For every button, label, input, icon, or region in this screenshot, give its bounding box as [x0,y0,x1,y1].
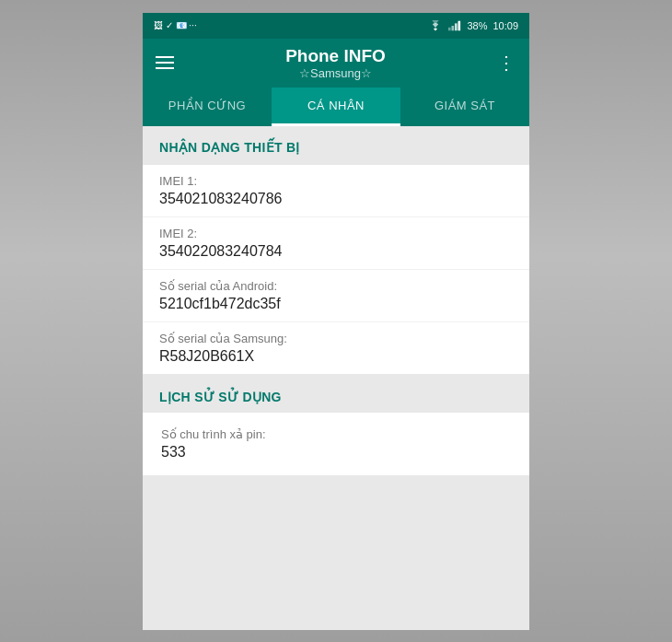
section-title-identity: NHẬN DẠNG THIẾT BỊ [159,140,300,155]
signal-icon [448,20,461,31]
battery-level: 38% [467,20,487,31]
toolbar: Phone INFO ☆Samsung☆ ⋮ [143,39,529,88]
clock: 10:09 [492,20,518,31]
section-title-history: LỊCH SỬ SỬ DỤNG [159,390,282,404]
toolbar-center: Phone INFO ☆Samsung☆ [285,46,386,80]
section-header-history: LỊCH SỬ SỬ DỤNG [143,376,529,414]
imei1-label: IMEI 1: [159,174,513,188]
imei2-row: IMEI 2: 354022083240784 [143,217,529,270]
tab-giam-sat[interactable]: GIÁM SÁT [400,88,529,126]
identity-card: IMEI 1: 354021083240786 IMEI 2: 35402208… [143,165,529,374]
notification-icons: 🖼 ✓ 📧 ··· [154,20,197,30]
app-title: Phone INFO [285,46,386,66]
android-serial-row: Số serial của Android: 5210cf1b472dc35f [143,270,529,322]
phone-container: 🖼 ✓ 📧 ··· 38% 10:09 Phone IN [143,13,529,630]
svg-rect-0 [448,27,451,30]
status-bar-right: 38% 10:09 [428,20,518,31]
samsung-serial-value: R58J20B661X [159,348,513,365]
status-bar: 🖼 ✓ 📧 ··· 38% 10:09 [143,13,529,39]
battery-cycle-value: 533 [161,444,511,461]
main-content: NHẬN DẠNG THIẾT BỊ IMEI 1: 3540210832407… [143,126,529,630]
imei2-label: IMEI 2: [159,227,513,240]
battery-cycle-label: Số chu trình xả pin: [161,427,511,441]
svg-rect-1 [452,26,455,30]
menu-button[interactable] [156,56,174,69]
tab-phan-cung[interactable]: PHẦN CỨNG [143,88,272,126]
history-card: Số chu trình xả pin: 533 [143,414,529,473]
samsung-serial-row: Số serial của Samsung: R58J20B661X [143,322,529,374]
section-header-identity: NHẬN DẠNG THIẾT BỊ [143,126,529,165]
android-serial-label: Số serial của Android: [159,279,513,293]
tab-bar: PHẦN CỨNG CÁ NHÂN GIÁM SÁT [143,88,529,126]
app-subtitle: ☆Samsung☆ [299,66,372,80]
tab-ca-nhan[interactable]: CÁ NHÂN [272,88,400,126]
more-options-button[interactable]: ⋮ [497,52,516,74]
samsung-serial-label: Số serial của Samsung: [159,332,513,345]
svg-rect-3 [458,20,461,30]
svg-rect-2 [455,23,458,30]
status-bar-left: 🖼 ✓ 📧 ··· [154,20,197,30]
android-serial-value: 5210cf1b472dc35f [159,296,513,312]
imei2-value: 354022083240784 [159,243,513,260]
imei1-row: IMEI 1: 354021083240786 [143,165,529,217]
wifi-icon [428,20,443,31]
imei1-value: 354021083240786 [159,191,513,207]
